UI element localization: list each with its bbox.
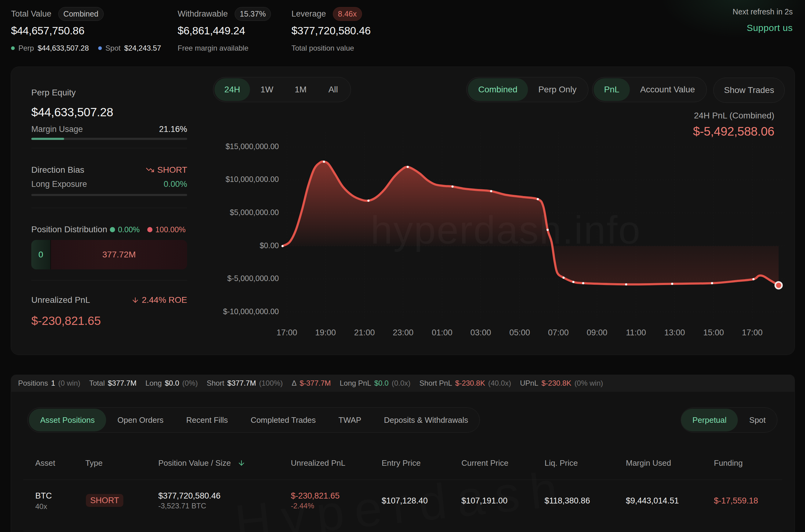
svg-text:17:00: 17:00 xyxy=(276,328,297,337)
svg-text:19:00: 19:00 xyxy=(315,328,336,337)
svg-text:17:00: 17:00 xyxy=(742,328,763,337)
svg-text:$5,000,000.00: $5,000,000.00 xyxy=(230,208,279,216)
svg-text:13:00: 13:00 xyxy=(664,328,685,337)
svg-text:09:00: 09:00 xyxy=(587,328,608,337)
svg-text:$-5,000,000.00: $-5,000,000.00 xyxy=(227,274,279,283)
svg-text:23:00: 23:00 xyxy=(393,328,414,337)
svg-text:01:00: 01:00 xyxy=(432,328,453,337)
svg-text:15:00: 15:00 xyxy=(703,328,724,337)
svg-text:$10,000,000.00: $10,000,000.00 xyxy=(226,175,279,184)
svg-text:$15,000,000.00: $15,000,000.00 xyxy=(226,142,279,151)
svg-text:05:00: 05:00 xyxy=(509,328,530,337)
svg-text:07:00: 07:00 xyxy=(548,328,569,337)
svg-text:$0.00: $0.00 xyxy=(260,241,279,250)
svg-text:03:00: 03:00 xyxy=(470,328,491,337)
svg-text:11:00: 11:00 xyxy=(626,328,646,337)
svg-text:$-10,000,000.00: $-10,000,000.00 xyxy=(223,307,279,316)
svg-text:21:00: 21:00 xyxy=(354,328,375,337)
